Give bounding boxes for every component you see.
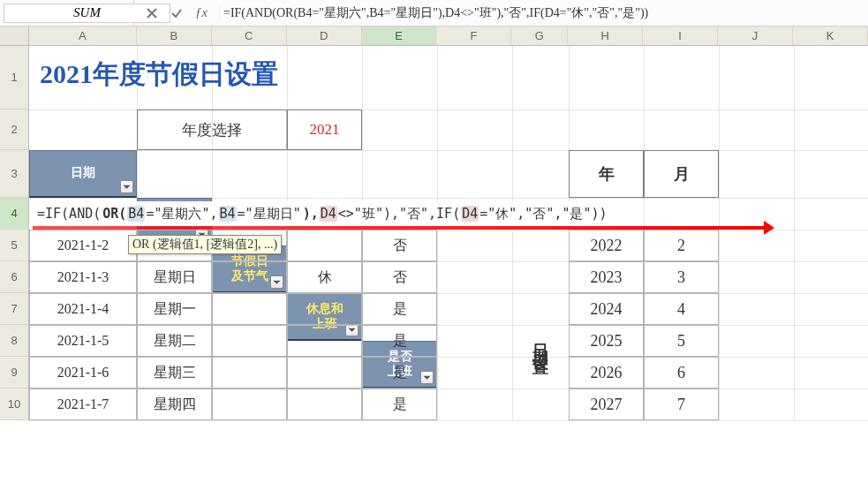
right-year-cell[interactable]: 2022 — [569, 230, 644, 261]
row-header-1[interactable]: 1 — [0, 46, 28, 109]
table-cell[interactable] — [287, 293, 362, 325]
fx-icon[interactable]: ƒx — [192, 4, 210, 22]
accept-icon[interactable] — [168, 4, 185, 22]
year-select-value[interactable]: 2021 — [287, 109, 362, 150]
right-year-cell[interactable]: 2024 — [569, 293, 644, 325]
table-cell[interactable]: 休 — [287, 261, 362, 293]
right-year-cell[interactable]: 2027 — [569, 389, 644, 420]
table-cell[interactable]: 2021-1-5 — [29, 325, 137, 357]
col-header-e[interactable]: E — [362, 26, 437, 45]
table-cell[interactable] — [287, 230, 362, 261]
table-cell[interactable] — [212, 293, 287, 325]
row-headers: 12345678910 — [0, 46, 29, 420]
row-header-3[interactable]: 3 — [0, 150, 28, 198]
right-header-year: 年 — [569, 150, 644, 198]
table-cell[interactable]: 星期三 — [137, 357, 212, 389]
table-cell[interactable]: 2021-1-7 — [29, 389, 137, 420]
table-cell[interactable]: 是 — [362, 389, 437, 420]
right-month-cell[interactable]: 6 — [644, 357, 719, 389]
right-month-cell[interactable]: 2 — [644, 230, 719, 261]
row-header-4[interactable]: 4 — [0, 198, 28, 230]
formula-input[interactable]: =IF(AND(OR(B4="星期六",B4="星期日"),D4<>"班"),"… — [220, 0, 868, 26]
column-headers: A B C D E F G H I J K — [0, 26, 868, 46]
right-month-cell[interactable]: 3 — [644, 261, 719, 293]
table-cell[interactable]: 否 — [362, 261, 437, 293]
table-cell[interactable]: 2021-1-3 — [29, 261, 137, 293]
row-header-6[interactable]: 6 — [0, 261, 28, 293]
table-cell[interactable] — [287, 357, 362, 389]
right-year-cell[interactable]: 2025 — [569, 325, 644, 357]
col-header-c[interactable]: C — [212, 26, 287, 45]
col-header-i[interactable]: I — [643, 26, 718, 45]
right-year-cell[interactable]: 2023 — [569, 261, 644, 293]
col-header-f[interactable]: F — [436, 26, 511, 45]
row-header-9[interactable]: 9 — [0, 357, 28, 389]
col-header-d[interactable]: D — [287, 26, 362, 45]
right-month-cell[interactable]: 4 — [644, 293, 719, 325]
row-header-5[interactable]: 5 — [0, 230, 28, 261]
page-title: 2021年度节假日设置 — [40, 57, 278, 93]
table-cell[interactable]: 是 — [362, 293, 437, 325]
table-cell[interactable]: 2021-1-4 — [29, 293, 137, 325]
table-cell[interactable] — [212, 261, 287, 293]
col-header-h[interactable]: H — [568, 26, 643, 45]
select-all-cell[interactable] — [0, 26, 29, 45]
table-cell[interactable] — [212, 389, 287, 420]
right-year-cell[interactable]: 2026 — [569, 357, 644, 389]
cancel-icon[interactable] — [143, 4, 161, 22]
table-cell[interactable]: 是 — [362, 325, 437, 357]
cell-formula-editing[interactable]: =IF(AND(OR( B4 ="星期六", B4 ="星期日"), D4 <>… — [33, 201, 612, 226]
col-header-j[interactable]: J — [718, 26, 793, 45]
row-header-8[interactable]: 8 — [0, 325, 28, 357]
table-cell[interactable]: 是 — [362, 357, 437, 389]
year-select-label: 年度选择 — [137, 109, 287, 150]
table-cell[interactable] — [212, 357, 287, 389]
table-cell[interactable]: 否 — [362, 230, 437, 261]
function-tooltip: OR (逻辑值1, [逻辑值2], ...) — [128, 235, 282, 254]
row-header-7[interactable]: 7 — [0, 293, 28, 325]
col-header-k[interactable]: K — [793, 26, 868, 45]
table-cell[interactable] — [287, 389, 362, 420]
table-cell[interactable]: 星期日 — [137, 261, 212, 293]
row-header-10[interactable]: 10 — [0, 389, 28, 420]
table-cell[interactable]: 星期二 — [137, 325, 212, 357]
col-header-b[interactable]: B — [137, 26, 212, 45]
table-cell[interactable] — [287, 325, 362, 357]
table-cell[interactable] — [212, 325, 287, 357]
col-header-g[interactable]: G — [511, 26, 568, 45]
table-cell[interactable]: 2021-1-2 — [29, 230, 137, 261]
grid[interactable]: 2021年度节假日设置 年度选择2021日期星期节假日 及节气休息和 上班是否 … — [29, 46, 868, 420]
table-header-date: 日期 — [29, 150, 137, 198]
formula-bar: ƒx =IF(AND(OR(B4="星期六",B4="星期日"),D4<>"班"… — [0, 0, 868, 26]
table-cell[interactable]: 2021-1-6 — [29, 357, 137, 389]
right-month-cell[interactable]: 5 — [644, 325, 719, 357]
right-header-month: 月 — [644, 150, 719, 198]
col-header-a[interactable]: A — [29, 26, 137, 45]
right-month-cell[interactable]: 7 — [644, 389, 719, 420]
table-cell[interactable]: 星期四 — [137, 389, 212, 420]
date-settings-label: 日期设置 — [512, 261, 569, 420]
table-cell[interactable]: 星期一 — [137, 293, 212, 325]
filter-dropdown-icon[interactable] — [120, 180, 133, 193]
row-header-2[interactable]: 2 — [0, 109, 28, 150]
